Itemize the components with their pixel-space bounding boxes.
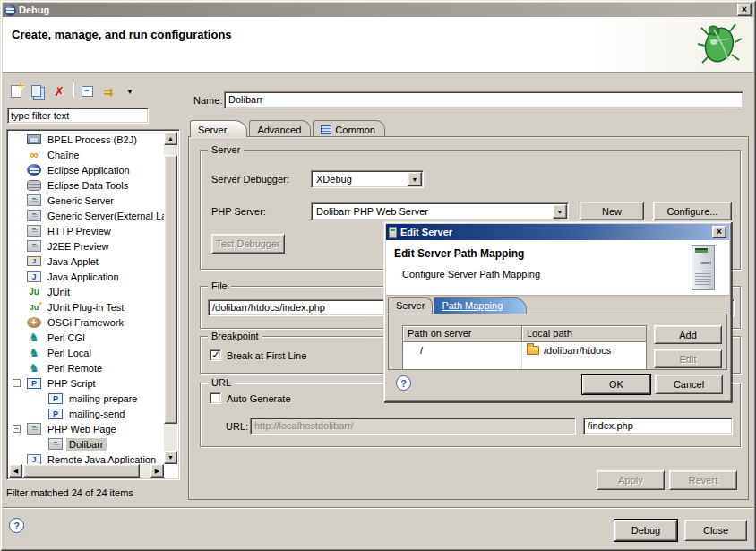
- server-icon: [27, 240, 41, 252]
- scroll-right-icon[interactable]: ▶: [150, 464, 164, 478]
- tree-item-remote-java-application[interactable]: Remote Java Application: [9, 452, 164, 464]
- scroll-left-icon[interactable]: ◀: [9, 464, 22, 478]
- debug-button[interactable]: Debug: [614, 520, 677, 541]
- server-debugger-select[interactable]: XDebug ▼: [311, 170, 424, 188]
- tree-item-label: Java Applet: [45, 255, 101, 268]
- tab-advanced[interactable]: Advanced: [249, 120, 311, 137]
- file-group-title: File: [208, 280, 231, 291]
- tree-item-cha-ne[interactable]: Chaîne: [9, 147, 164, 162]
- tab-path-mapping[interactable]: Path Mapping: [434, 297, 527, 314]
- tree-item-java-application[interactable]: Java Application: [9, 269, 164, 284]
- vertical-scroll-thumb[interactable]: [164, 155, 177, 424]
- tree-item-label: Perl Remote: [45, 362, 105, 375]
- new-config-icon[interactable]: [8, 83, 24, 99]
- debug-bug-icon: [696, 19, 743, 71]
- collapse-toggle-icon[interactable]: −: [13, 425, 21, 433]
- tree-item-label: Java Application: [45, 271, 122, 283]
- tab-path-mapping-label: Path Mapping: [442, 300, 503, 311]
- cancel-button[interactable]: Cancel: [655, 375, 723, 394]
- tree-horizontal-scrollbar[interactable]: ◀ ▶: [9, 464, 164, 478]
- configure-server-button[interactable]: Configure...: [653, 202, 732, 220]
- tree-item-label: HTTP Preview: [45, 225, 114, 237]
- tree-item-mailing-prepare[interactable]: mailing-prepare: [9, 391, 164, 406]
- apply-button[interactable]: Apply: [597, 470, 665, 490]
- url-group-title: URL: [208, 377, 235, 388]
- tree-item-eclipse-data-tools[interactable]: Eclipse Data Tools: [9, 177, 164, 193]
- test-debugger-button[interactable]: Test Debugger: [211, 234, 285, 254]
- horizontal-scroll-thumb[interactable]: [23, 464, 140, 478]
- tree-item-label: Perl CGI: [45, 331, 88, 344]
- tree-item-php-web-page[interactable]: −PHP Web Page: [9, 421, 164, 436]
- tree-vertical-scrollbar[interactable]: ▲ ▼: [164, 132, 177, 464]
- tree-item-label: Chaîne: [45, 149, 82, 161]
- tree-item-osgi-framework[interactable]: OSGi Framework: [9, 314, 164, 330]
- php-icon: [48, 393, 63, 404]
- name-input[interactable]: Dolibarr: [224, 91, 743, 108]
- dialog-help-icon[interactable]: ?: [396, 375, 411, 391]
- php-server-dropdown-icon[interactable]: ▼: [553, 204, 567, 219]
- url-path-input[interactable]: /index.php: [583, 418, 733, 435]
- filter-config-icon[interactable]: ⇉: [100, 83, 116, 99]
- path-mapping-empty-row: [403, 358, 646, 370]
- chain-icon: [27, 148, 41, 161]
- tab-common-label: Common: [335, 125, 375, 135]
- column-header-local-path[interactable]: Local path: [522, 326, 646, 342]
- type-filter-input[interactable]: type filter text: [7, 108, 149, 124]
- break-first-line-label: Break at First Line: [227, 350, 306, 361]
- edit-server-close-button[interactable]: ×: [712, 226, 726, 238]
- tab-common[interactable]: Common: [313, 120, 385, 137]
- tree-item-perl-local[interactable]: Perl Local: [9, 345, 164, 360]
- path-mapping-row[interactable]: //dolibarr/htdocs: [403, 342, 646, 358]
- config-tree-list: BPEL Process (B2J)ChaîneEclipse Applicat…: [9, 132, 164, 464]
- collapse-toggle-icon[interactable]: −: [13, 379, 21, 387]
- column-header-path-on-server[interactable]: Path on server: [403, 326, 522, 342]
- tree-item-bpel-process-b2j[interactable]: BPEL Process (B2J): [9, 132, 164, 147]
- edit-mapping-button[interactable]: Edit: [654, 349, 722, 368]
- tree-item-j2ee-preview[interactable]: J2EE Preview: [9, 238, 164, 254]
- menu-dropdown-icon[interactable]: ▼: [122, 83, 138, 99]
- tree-item-eclipse-application[interactable]: Eclipse Application: [9, 162, 164, 177]
- edit-server-header: Edit Server Path Mapping Configure Serve…: [386, 240, 729, 296]
- tree-item-perl-cgi[interactable]: Perl CGI: [9, 330, 164, 345]
- new-server-button[interactable]: New: [580, 202, 644, 220]
- common-tab-icon: [321, 125, 331, 134]
- tree-item-php-script[interactable]: −PHP Script: [9, 375, 164, 391]
- scroll-down-icon[interactable]: ▼: [164, 451, 177, 464]
- close-button[interactable]: Close: [684, 520, 747, 541]
- auto-generate-label: Auto Generate: [227, 393, 291, 404]
- tab-server-settings[interactable]: Server: [388, 297, 433, 314]
- duplicate-config-icon[interactable]: [30, 83, 46, 99]
- break-first-line-checkbox[interactable]: [210, 349, 221, 361]
- applet-icon: [27, 256, 41, 266]
- collapse-all-icon[interactable]: −: [79, 83, 95, 99]
- tab-server[interactable]: Server: [190, 120, 247, 137]
- ok-button[interactable]: OK: [582, 375, 650, 394]
- tree-item-http-preview[interactable]: HTTP Preview: [9, 223, 164, 238]
- tree-item-junit[interactable]: JUnit: [9, 284, 164, 299]
- auto-generate-checkbox[interactable]: [210, 392, 221, 404]
- tree-item-generic-server-external-la[interactable]: Generic Server(External La: [9, 208, 164, 223]
- breakpoint-group-title: Breakpoint: [208, 331, 262, 341]
- revert-button[interactable]: Revert: [669, 470, 737, 490]
- path-mapping-content: Path on serverLocal path //dolibarr/htdo…: [388, 314, 727, 370]
- tree-item-junit-plug-in-test[interactable]: JUnit Plug-in Test: [9, 299, 164, 314]
- tree-item-mailing-send[interactable]: mailing-send: [9, 406, 164, 421]
- server-icon: [27, 194, 41, 206]
- tree-item-label: Generic Server: [45, 194, 116, 207]
- help-icon[interactable]: ?: [9, 518, 24, 533]
- php-server-select[interactable]: Dolibarr PHP Web Server ▼: [311, 202, 569, 220]
- delete-config-icon[interactable]: ✗: [51, 83, 67, 99]
- scroll-up-icon[interactable]: ▲: [164, 132, 177, 145]
- php-icon: [48, 409, 63, 419]
- tree-item-dolibarr[interactable]: Dolibarr: [9, 436, 164, 452]
- path-mapping-table[interactable]: Path on serverLocal path //dolibarr/htdo…: [402, 325, 647, 370]
- tree-item-java-applet[interactable]: Java Applet: [9, 254, 164, 269]
- tree-item-generic-server[interactable]: Generic Server: [9, 193, 164, 208]
- editor-tabs: Server Advanced Common: [190, 120, 387, 137]
- server-debugger-dropdown-icon[interactable]: ▼: [408, 172, 422, 186]
- php-server-label: PHP Server:: [211, 206, 266, 217]
- tree-item-perl-remote[interactable]: Perl Remote: [9, 360, 164, 375]
- dialog-header-banner: Create, manage, and run configurations: [3, 17, 753, 73]
- add-mapping-button[interactable]: Add: [654, 325, 722, 344]
- window-close-button[interactable]: ×: [737, 4, 752, 16]
